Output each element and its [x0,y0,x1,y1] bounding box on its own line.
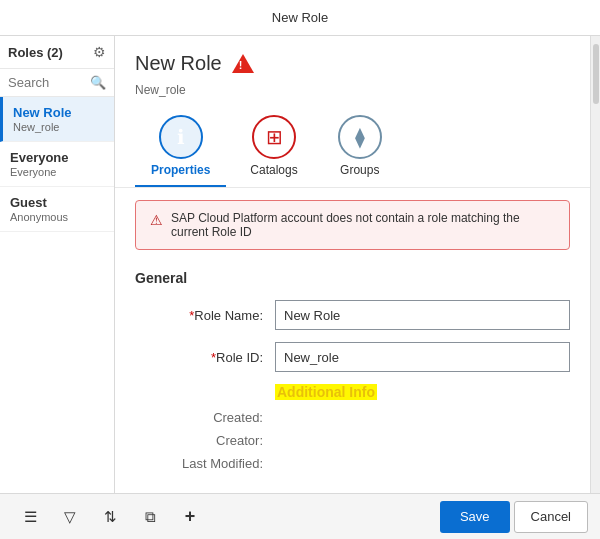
tab-groups[interactable]: ⧫ Groups [322,109,398,187]
content-title: New Role [135,52,222,75]
role-id-label: *Role ID: [135,350,275,365]
main-layout: Roles (2) ⚙ 🔍 New Role New_role Everyone… [0,36,600,493]
sidebar: Roles (2) ⚙ 🔍 New Role New_role Everyone… [0,36,115,493]
copy-icon [145,508,156,526]
role-name-row: *Role Name: [135,300,570,330]
last-modified-row: Last Modified: [135,456,570,471]
tab-groups-label: Groups [340,163,379,177]
content-subtitle: New_role [115,83,590,109]
form-section: General *Role Name: *Role ID: Additional… [115,262,590,493]
last-modified-label: Last Modified: [135,456,275,471]
add-icon [185,506,196,527]
sidebar-item-name-new-role: New Role [13,105,104,120]
filter-icon [64,508,76,526]
warning-icon [232,54,254,73]
sidebar-header-title: Roles (2) [8,45,63,60]
alert-icon: ⚠ [150,212,163,228]
search-icon: 🔍 [90,75,106,90]
role-name-input[interactable] [275,300,570,330]
list-icon [24,508,37,526]
tab-catalogs-label: Catalogs [250,163,297,177]
top-bar: New Role [0,0,600,36]
save-button[interactable]: Save [440,501,510,533]
tab-properties-label: Properties [151,163,210,177]
search-input[interactable] [8,75,86,90]
creator-row: Creator: [135,433,570,448]
tab-catalogs[interactable]: ⊞ Catalogs [234,109,313,187]
sidebar-item-sub-new-role: New_role [13,121,104,133]
tabs-row: ℹ Properties ⊞ Catalogs ⧫ Groups [115,109,590,188]
catalogs-tab-icon: ⊞ [252,115,296,159]
scrollbar-thumb[interactable] [593,44,599,104]
properties-tab-icon: ℹ [159,115,203,159]
sort-icon [104,508,117,526]
cancel-button[interactable]: Cancel [514,501,588,533]
role-id-row: *Role ID: [135,342,570,372]
alert-box: ⚠ SAP Cloud Platform account does not co… [135,200,570,250]
sidebar-search-container: 🔍 [0,69,114,97]
top-bar-title: New Role [272,10,328,25]
filter-button[interactable] [52,501,88,533]
created-label: Created: [135,410,275,425]
role-id-input[interactable] [275,342,570,372]
add-button[interactable] [172,501,208,533]
sidebar-item-sub-guest: Anonymous [10,211,104,223]
tab-properties[interactable]: ℹ Properties [135,109,226,187]
copy-button[interactable] [132,501,168,533]
content-header: New Role [115,36,590,83]
sidebar-item-name-guest: Guest [10,195,104,210]
content-area: New Role New_role ℹ Properties ⊞ Catalog… [115,36,590,493]
sidebar-item-name-everyone: Everyone [10,150,104,165]
sort-button[interactable] [92,501,128,533]
creator-label: Creator: [135,433,275,448]
sidebar-item-everyone[interactable]: Everyone Everyone [0,142,114,187]
sidebar-filter-icon[interactable]: ⚙ [93,44,106,60]
scrollbar[interactable] [590,36,600,493]
list-button[interactable] [12,501,48,533]
groups-tab-icon: ⧫ [338,115,382,159]
bottom-toolbar: Save Cancel [0,493,600,539]
sidebar-item-sub-everyone: Everyone [10,166,104,178]
sidebar-header: Roles (2) ⚙ [0,36,114,69]
created-row: Created: [135,410,570,425]
additional-info-title: Additional Info [275,384,377,400]
sidebar-item-guest[interactable]: Guest Anonymous [0,187,114,232]
role-name-label: *Role Name: [135,308,275,323]
general-section-title: General [135,270,570,286]
sidebar-item-new-role[interactable]: New Role New_role [0,97,114,142]
alert-message: SAP Cloud Platform account does not cont… [171,211,555,239]
